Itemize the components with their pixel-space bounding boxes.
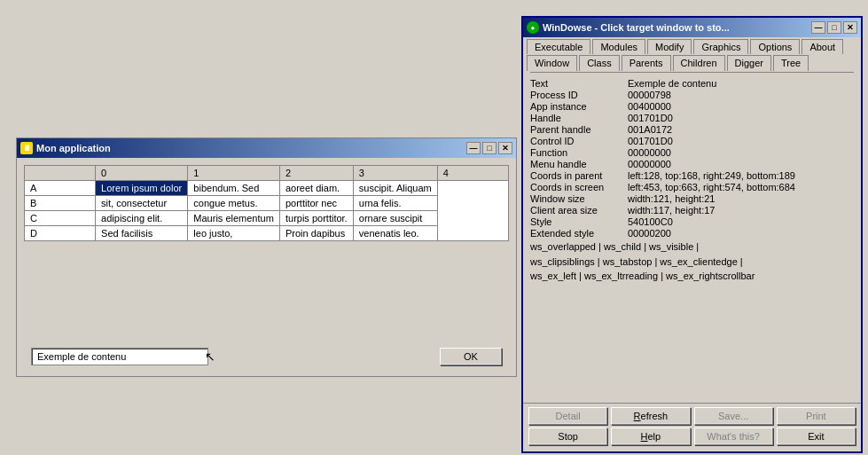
footer-row1: Detail Refresh Save... Print (528, 407, 856, 425)
tab-window[interactable]: Window (527, 55, 577, 71)
handle-label: Handle (530, 113, 628, 123)
minimize-button[interactable]: — (466, 142, 481, 154)
titlebar-buttons: — □ ✕ (466, 142, 512, 154)
row-id-d: D (25, 226, 96, 241)
client-area-label: Client area size (530, 205, 628, 216)
tabs-container: Executable Modules Modify Graphics Optio… (523, 37, 861, 73)
tab-modules[interactable]: Modules (592, 39, 645, 54)
tab-graphics[interactable]: Graphics (693, 39, 748, 54)
app-window: 🖥 Mon application — □ ✕ 0 1 2 3 4 (16, 137, 517, 377)
cell-d-3[interactable]: venenatis leo. (353, 226, 437, 241)
ext-style-label: Extended style (530, 228, 628, 239)
tab-about[interactable]: About (802, 39, 843, 54)
app-body: 0 1 2 3 4 A Lorem ipsum dolor bibendum. … (17, 158, 516, 376)
info-row-text: Text Exemple de contenu (530, 78, 854, 89)
style-value: 540100C0 (628, 216, 673, 227)
dowse-titlebar-buttons: — □ ✕ (811, 21, 857, 34)
detail-button[interactable]: Detail (528, 407, 607, 425)
client-area-value: width:117, height:17 (628, 205, 715, 216)
function-label: Function (530, 147, 628, 158)
tab-children[interactable]: Children (673, 55, 725, 71)
cell-c-1[interactable]: Mauris elementum (188, 211, 280, 226)
app-titlebar: 🖥 Mon application — □ ✕ (17, 138, 516, 158)
cell-d-1[interactable]: leo justo, (188, 226, 280, 241)
cell-b-0[interactable]: sit, consectetur (96, 196, 188, 211)
cell-c-3[interactable]: ornare suscipit (353, 211, 437, 226)
print-button[interactable]: Print (777, 407, 856, 425)
cell-a-3[interactable]: suscipit. Aliquam (353, 181, 437, 196)
help-rest: elp (648, 431, 661, 442)
cell-a-2[interactable]: aoreet diam. (279, 181, 353, 196)
table-row[interactable]: B sit, consectetur congue metus. porttit… (25, 196, 509, 211)
ok-button[interactable]: OK (440, 348, 502, 365)
cell-d-2[interactable]: Proin dapibus (279, 226, 353, 241)
tab-class[interactable]: Class (579, 55, 620, 71)
text-input[interactable] (31, 348, 208, 365)
save-button[interactable]: Save... (694, 407, 773, 425)
footer-row2: Stop Help What's this? Exit (528, 428, 856, 445)
info-row-pid: Process ID 00000798 (530, 90, 854, 100)
menu-handle-value: 00000000 (628, 159, 671, 169)
tab-executable[interactable]: Executable (527, 39, 590, 54)
app-title: Mon application (36, 143, 111, 153)
cell-c-0[interactable]: adipiscing elit. (96, 211, 188, 226)
cell-a-1[interactable]: bibendum. Sed (188, 181, 280, 196)
tab-modify[interactable]: Modify (647, 39, 692, 54)
exit-button[interactable]: Exit (777, 428, 856, 445)
refresh-button[interactable]: Refresh (611, 407, 690, 425)
dowse-maximize-button[interactable]: □ (827, 21, 841, 34)
dowse-title: WinDowse - Click target window to sto... (543, 22, 730, 33)
cell-c-2[interactable]: turpis porttitor. (279, 211, 353, 226)
table-row[interactable]: D Sed facilisis leo justo, Proin dapibus… (25, 226, 509, 241)
app-bottom-bar: ↖ OK (24, 344, 509, 369)
text-value: Exemple de contenu (628, 78, 716, 89)
cell-b-3[interactable]: urna felis. (353, 196, 437, 211)
whats-this-button[interactable]: What's this? (694, 428, 773, 445)
tab-tree[interactable]: Tree (773, 55, 809, 71)
info-row-window-size: Window size width:121, height:21 (530, 193, 854, 204)
data-table: 0 1 2 3 4 A Lorem ipsum dolor bibendum. … (24, 165, 509, 241)
close-button[interactable]: ✕ (498, 142, 512, 154)
window-size-value: width:121, height:21 (628, 193, 715, 204)
info-row-coords-screen: Coords in screen left:453, top:663, righ… (530, 182, 854, 192)
tab-parents[interactable]: Parents (622, 55, 671, 71)
app-icon: 🖥 (20, 142, 33, 154)
ext-style-value: 00000200 (628, 228, 671, 239)
info-row-handle: Handle 001701D0 (530, 113, 854, 123)
table-row[interactable]: A Lorem ipsum dolor bibendum. Sed aoreet… (25, 181, 509, 196)
table-row[interactable]: C adipiscing elit. Mauris elementum turp… (25, 211, 509, 226)
menu-handle-label: Menu handle (530, 159, 628, 169)
col-header-2: 2 (279, 166, 353, 181)
parent-handle-value: 001A0172 (628, 124, 672, 135)
refresh-rest: efresh (641, 411, 669, 421)
dowse-close-button[interactable]: ✕ (843, 21, 857, 34)
style-label: Style (530, 216, 628, 227)
dowse-titlebar: ● WinDowse - Click target window to sto.… (523, 18, 861, 37)
pid-label: Process ID (530, 90, 628, 100)
handle-value: 001701D0 (628, 113, 673, 123)
cell-b-1[interactable]: congue metus. (188, 196, 280, 211)
cell-b-2[interactable]: porttitor nec (279, 196, 353, 211)
cell-d-0[interactable]: Sed facilisis (96, 226, 188, 241)
row-id-b: B (25, 196, 96, 211)
text-label: Text (530, 78, 628, 89)
control-id-label: Control ID (530, 136, 628, 146)
row-id-c: C (25, 211, 96, 226)
info-row-style-flags: ws_overlapped | ws_child | ws_visible | … (530, 239, 854, 284)
dowse-minimize-button[interactable]: — (811, 21, 825, 34)
help-button[interactable]: Help (611, 428, 690, 445)
tabs-row2: Window Class Parents Children Digger Tre… (527, 55, 857, 71)
control-id-value: 001701D0 (628, 136, 673, 146)
cell-a-0[interactable]: Lorem ipsum dolor (96, 181, 188, 196)
tab-digger[interactable]: Digger (727, 55, 771, 71)
window-size-label: Window size (530, 193, 628, 204)
app-instance-value: 00400000 (628, 101, 671, 112)
stop-button[interactable]: Stop (528, 428, 607, 445)
tab-options[interactable]: Options (750, 39, 800, 54)
info-table: Text Exemple de contenu Process ID 00000… (530, 78, 854, 284)
info-row-function: Function 00000000 (530, 147, 854, 158)
maximize-button[interactable]: □ (482, 142, 497, 154)
dowse-title-left: ● WinDowse - Click target window to sto.… (527, 21, 730, 34)
table-header-row: 0 1 2 3 4 (25, 166, 509, 181)
style-flags-value: ws_overlapped | ws_child | ws_visible | … (530, 239, 761, 284)
